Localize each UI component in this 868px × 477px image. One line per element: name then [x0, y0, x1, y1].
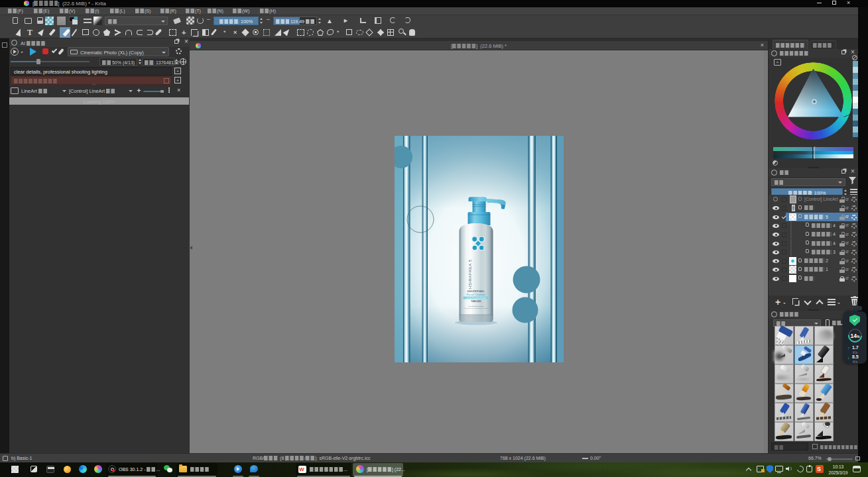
svg-text:FIABLIZAN: FIABLIZAN [471, 300, 481, 303]
svg-text:Gentle Foaming Texture: Gentle Foaming Texture [466, 297, 486, 299]
svg-text:For all skin types - daily gen: For all skin types - daily gentle care 1… [464, 307, 489, 309]
svg-text:Facial Cleanser: Facial Cleanser [466, 293, 486, 296]
svg-text:HSIRAFREA 5: HSIRAFREA 5 [468, 259, 472, 289]
svg-text:UDIZRIFAEL: UDIZRIFAEL [467, 290, 485, 293]
